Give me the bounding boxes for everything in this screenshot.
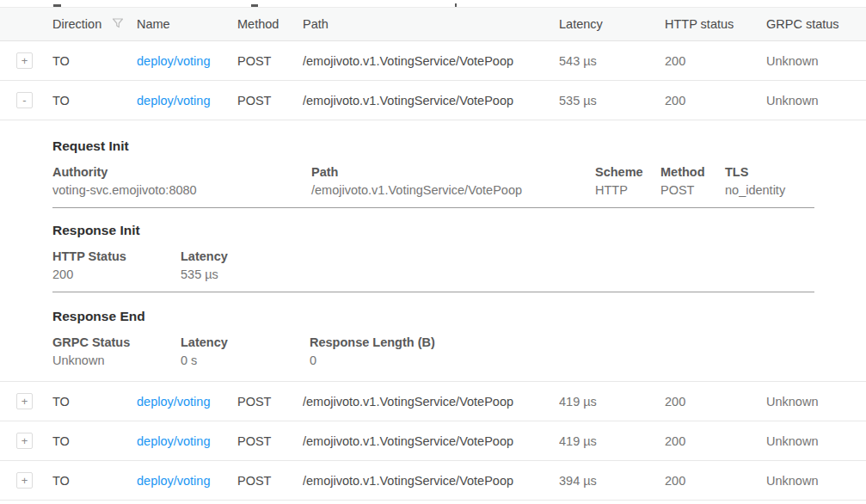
column-header-direction-label: Direction [52,17,101,31]
cell-method: POST [237,434,303,448]
field-label: Latency [181,335,310,349]
cell-latency: 419 µs [559,395,665,409]
cell-direction: TO [52,94,137,108]
column-header-method: Method [237,17,303,31]
field-label: GRPC Status [52,335,181,349]
clipped-text-fragment [455,3,457,7]
clipped-row-above [0,0,866,7]
table-row: + TO deploy/voting POST /emojivoto.v1.Vo… [0,461,866,501]
field-latency: Latency 535 µs [181,249,866,281]
field-value: 535 µs [181,267,866,281]
field-value: 0 [310,353,866,367]
response-init-fields: HTTP Status 200 Latency 535 µs [52,249,866,281]
collapse-row-button[interactable]: - [16,92,33,108]
field-value: POST [660,183,725,197]
table-row: + TO deploy/voting POST /emojivoto.v1.Vo… [0,382,866,421]
column-header-name: Name [137,17,237,31]
field-label: TLS [725,165,866,179]
section-title-response-init: Response Init [52,223,866,238]
field-label: Path [311,165,595,179]
clipped-text-fragment [53,4,61,7]
deployment-link[interactable]: deploy/voting [137,54,210,68]
cell-path: /emojivoto.v1.VotingService/VotePoop [303,54,559,68]
cell-path: /emojivoto.v1.VotingService/VotePoop [303,434,559,448]
field-label: Response Length (B) [310,335,866,349]
cell-path: /emojivoto.v1.VotingService/VotePoop [303,395,559,409]
cell-latency: 535 µs [559,94,665,108]
field-latency: Latency 0 s [181,335,310,367]
field-grpc-status: GRPC Status Unknown [52,335,181,367]
cell-http-status: 200 [665,54,766,68]
table-header-row: Direction Name Method Path Latency HTTP … [0,7,866,41]
cell-grpc-status: Unknown [766,54,866,68]
field-scheme: Scheme HTTP [595,165,660,197]
cell-grpc-status: Unknown [766,94,866,108]
cell-method: POST [237,54,303,68]
cell-latency: 419 µs [559,434,665,448]
field-value: no_identity [725,183,866,197]
expand-row-button[interactable]: + [16,52,33,69]
section-title-response-end: Response End [52,309,866,324]
section-title-request-init: Request Init [52,138,866,154]
cell-method: POST [237,94,303,108]
cell-http-status: 200 [665,474,766,488]
field-path: Path /emojivoto.v1.VotingService/VotePoo… [311,165,595,197]
field-value: 0 s [181,353,310,367]
field-value: /emojivoto.v1.VotingService/VotePoop [311,183,595,197]
field-value: voting-svc.emojivoto:8080 [52,183,311,197]
field-response-length: Response Length (B) 0 [310,335,866,367]
field-value: 200 [52,267,181,281]
cell-path: /emojivoto.v1.VotingService/VotePoop [303,94,559,108]
table-row: + TO deploy/voting POST /emojivoto.v1.Vo… [0,41,866,81]
field-label: Scheme [595,165,660,179]
field-http-status: HTTP Status 200 [52,249,181,281]
cell-http-status: 200 [665,395,766,409]
column-header-latency: Latency [559,17,665,31]
section-divider [52,207,814,208]
field-value: HTTP [595,183,660,197]
table-row: + TO deploy/voting POST /emojivoto.v1.Vo… [0,421,866,461]
cell-method: POST [237,474,303,488]
field-label: Authority [52,165,311,179]
section-divider [52,292,814,292]
clipped-text-fragment [251,4,258,7]
cell-grpc-status: Unknown [766,474,866,488]
response-end-fields: GRPC Status Unknown Latency 0 s Response… [52,335,866,367]
column-header-grpc-status: GRPC status [766,17,866,31]
cell-latency: 543 µs [559,54,665,68]
cell-path: /emojivoto.v1.VotingService/VotePoop [303,474,559,488]
tap-requests-table: Direction Name Method Path Latency HTTP … [0,0,866,504]
field-authority: Authority voting-svc.emojivoto:8080 [52,165,311,197]
deployment-link[interactable]: deploy/voting [137,434,210,448]
expand-row-button[interactable]: + [16,433,33,449]
deployment-link[interactable]: deploy/voting [137,94,210,108]
request-init-fields: Authority voting-svc.emojivoto:8080 Path… [52,165,866,197]
cell-http-status: 200 [665,94,766,108]
cell-grpc-status: Unknown [766,434,866,448]
deployment-link[interactable]: deploy/voting [137,474,210,488]
cell-grpc-status: Unknown [766,395,866,409]
cell-method: POST [237,395,303,409]
expand-row-button[interactable]: + [16,393,33,409]
field-tls: TLS no_identity [725,165,866,197]
cell-direction: TO [52,474,137,488]
field-method: Method POST [660,165,725,197]
funnel-icon[interactable] [112,17,124,32]
field-label: Latency [181,249,866,263]
field-value: Unknown [52,353,181,367]
column-header-http-status: HTTP status [665,17,766,31]
column-header-direction: Direction [52,17,137,32]
cell-http-status: 200 [665,434,766,448]
field-label: Method [660,165,725,179]
table-row-expanded: - TO deploy/voting POST /emojivoto.v1.Vo… [0,81,866,120]
deployment-link[interactable]: deploy/voting [137,395,210,409]
cell-direction: TO [52,54,137,68]
column-header-path: Path [303,17,559,31]
cell-latency: 394 µs [559,474,665,488]
cell-direction: TO [52,395,137,409]
request-detail-panel: Request Init Authority voting-svc.emojiv… [0,120,866,382]
field-label: HTTP Status [52,249,181,263]
cell-direction: TO [52,434,137,448]
expand-row-button[interactable]: + [16,472,33,489]
